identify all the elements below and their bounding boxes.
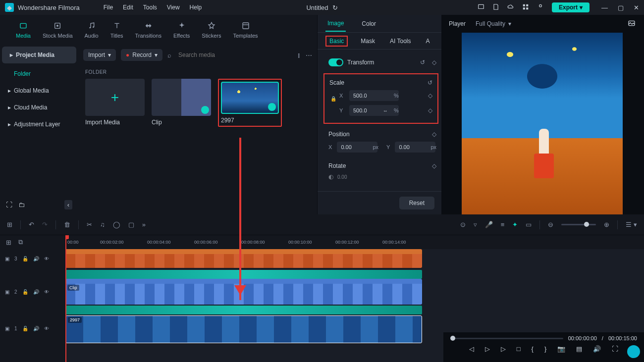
ai-icon[interactable]: ✦ <box>512 221 518 228</box>
clip-track3[interactable] <box>65 249 422 268</box>
compare-icon[interactable]: ▤ <box>576 345 582 353</box>
subtab-a[interactable]: A <box>424 37 431 46</box>
filter-icon[interactable]: ⫿ <box>297 52 301 59</box>
mark-in-icon[interactable]: { <box>532 345 534 353</box>
media-clip[interactable]: Clip <box>152 79 211 127</box>
more-tools-icon[interactable]: » <box>142 221 146 228</box>
waveform-track3[interactable] <box>65 270 422 279</box>
tab-media[interactable]: Media <box>10 21 37 39</box>
import-media-tile[interactable]: + Import Media <box>85 79 145 127</box>
marker-icon[interactable]: ▿ <box>474 221 477 228</box>
link-icon[interactable]: ⧉ <box>18 238 23 246</box>
redo-icon[interactable]: ↷ <box>42 221 48 228</box>
add-track-icon[interactable]: ⊞ <box>6 239 11 246</box>
sidebar-cloud-media[interactable]: ▸Cloud Media <box>0 99 78 116</box>
close-icon[interactable]: ✕ <box>634 4 639 11</box>
sidebar-global-media[interactable]: ▸Global Media <box>0 82 78 99</box>
stop-icon[interactable]: □ <box>517 345 521 353</box>
zoom-slider[interactable] <box>561 224 596 225</box>
audio-detach-icon[interactable]: ♫ <box>100 221 105 228</box>
mute-icon[interactable]: 🔊 <box>33 326 39 331</box>
keyframe-icon[interactable]: ◇ <box>428 107 432 114</box>
menu-help[interactable]: Help <box>190 4 202 11</box>
subtab-ai-tools[interactable]: AI Tools <box>388 37 413 46</box>
account-icon[interactable] <box>537 3 544 12</box>
tab-templates[interactable]: Templates <box>227 21 264 39</box>
capture-icon[interactable]: 📷 <box>557 345 565 353</box>
props-tab-color[interactable]: Color <box>360 16 378 31</box>
track-3[interactable] <box>65 249 644 268</box>
mute-icon[interactable]: 🔊 <box>33 289 39 295</box>
tab-effects[interactable]: Effects <box>167 21 196 39</box>
tab-audio[interactable]: Audio <box>79 21 105 39</box>
mixer-icon[interactable]: ≡ <box>501 221 505 228</box>
history-icon[interactable]: ↻ <box>332 4 338 11</box>
scale-x-input[interactable] <box>349 90 399 101</box>
snapshot-icon[interactable] <box>628 19 636 29</box>
menu-view[interactable]: View <box>167 4 180 11</box>
maximize-icon[interactable]: ▢ <box>618 4 624 11</box>
waveform-track2[interactable] <box>65 306 422 314</box>
track-1-controls[interactable]: ▣1 🔓 🔊 👁 <box>0 315 65 341</box>
transform-toggle[interactable] <box>328 58 343 66</box>
record-button[interactable]: ● Record ▾ <box>121 49 162 61</box>
folder-icon[interactable]: 🗀 <box>18 201 25 208</box>
reset-icon[interactable]: ↺ <box>420 59 425 66</box>
pos-x-input[interactable] <box>337 142 377 153</box>
play-all-icon[interactable]: ▷ <box>501 345 506 353</box>
tab-stock[interactable]: Stock Media <box>37 21 79 39</box>
lock-icon[interactable]: 🔓 <box>22 256 28 261</box>
menu-tools[interactable]: Tools <box>143 4 157 11</box>
tab-transitions[interactable]: Transitions <box>129 21 167 39</box>
visibility-icon[interactable]: 👁 <box>44 326 49 331</box>
pos-y-input[interactable] <box>395 142 435 153</box>
props-tab-image[interactable]: Image <box>325 16 346 32</box>
more-icon[interactable]: ⋯ <box>306 52 312 59</box>
volume-icon[interactable]: 🔊 <box>593 345 601 353</box>
lock-icon[interactable]: 🔓 <box>22 289 28 295</box>
save-icon[interactable] <box>492 3 499 12</box>
minimize-icon[interactable]: — <box>601 4 608 11</box>
view-options-icon[interactable]: ☰ ▾ <box>626 221 637 228</box>
lock-icon[interactable]: 🔒 <box>330 96 336 102</box>
undo-icon[interactable]: ↶ <box>29 221 34 228</box>
mute-icon[interactable]: 🔊 <box>33 256 39 261</box>
crop-icon[interactable]: ▢ <box>128 221 134 228</box>
import-button[interactable]: Import ▾ <box>83 49 116 61</box>
prev-frame-icon[interactable]: ◁ <box>469 345 474 353</box>
menu-edit[interactable]: Edit <box>123 4 133 11</box>
seek-bar[interactable] <box>450 338 563 339</box>
timeline-ruler[interactable]: 00:00 00:00:02:00 00:00:04:00 00:00:06:0… <box>65 235 644 249</box>
keyframe-icon[interactable]: ◇ <box>432 131 436 138</box>
menu-file[interactable]: File <box>104 4 113 11</box>
cut-icon[interactable]: ✂ <box>87 221 92 228</box>
mic-icon[interactable]: 🎤 <box>485 221 493 228</box>
preview-canvas[interactable] <box>462 33 623 214</box>
zoom-out-icon[interactable]: ⊖ <box>548 221 553 228</box>
zoom-in-icon[interactable]: ⊕ <box>604 221 609 228</box>
keyframe-icon[interactable]: ◇ <box>428 92 432 99</box>
mark-out-icon[interactable]: } <box>544 345 546 353</box>
visibility-icon[interactable]: 👁 <box>44 256 49 261</box>
layout-icon[interactable]: ⊞ <box>7 221 12 228</box>
delete-icon[interactable]: 🗑 <box>64 221 70 228</box>
playhead[interactable] <box>65 235 66 362</box>
search-input[interactable] <box>176 50 292 60</box>
apps-icon[interactable] <box>522 3 529 12</box>
track-2[interactable]: Clip <box>65 279 644 305</box>
subtab-basic[interactable]: Basic <box>325 36 348 47</box>
export-button[interactable]: Export ▾ <box>552 2 590 12</box>
fullscreen-ext-icon[interactable]: ⛶ <box>612 345 618 353</box>
tab-titles[interactable]: Titles <box>105 21 129 39</box>
sidebar-adjustment-layer[interactable]: ▸Adjustment Layer <box>0 116 78 133</box>
collapse-sidebar-icon[interactable]: ‹ <box>64 200 72 209</box>
keyframe-icon[interactable]: ◇ <box>432 162 436 169</box>
speed-icon[interactable]: ⊙ <box>460 221 466 228</box>
reset-scale-icon[interactable]: ↺ <box>428 79 432 86</box>
keyframe-icon[interactable]: ◇ <box>432 59 436 66</box>
visibility-icon[interactable]: 👁 <box>44 289 49 295</box>
sidebar-project-media[interactable]: ▸Project Media <box>2 47 76 63</box>
expand-icon[interactable]: ⛶ <box>6 201 12 208</box>
caption-icon[interactable]: ▭ <box>526 221 532 228</box>
scale-y-input[interactable] <box>349 105 399 116</box>
